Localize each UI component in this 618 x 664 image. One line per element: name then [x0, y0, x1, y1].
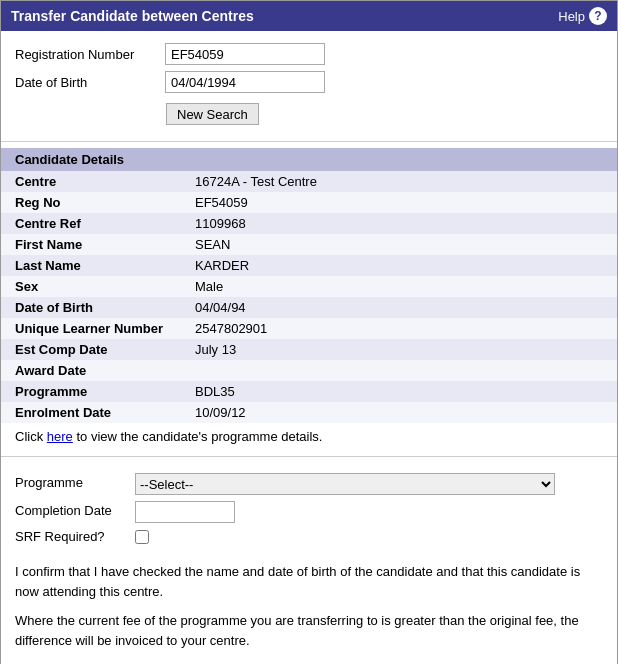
- field-label: Est Comp Date: [1, 339, 181, 360]
- field-value: July 13: [181, 339, 617, 360]
- field-value: 10/09/12: [181, 402, 617, 423]
- field-label: First Name: [1, 234, 181, 255]
- candidate-details-section: Candidate Details Centre16724A - Test Ce…: [1, 148, 617, 450]
- confirm-text-area: I confirm that I have checked the name a…: [1, 550, 617, 658]
- view-programme-link-row: Click here to view the candidate's progr…: [1, 423, 617, 450]
- field-value: 2547802901: [181, 318, 617, 339]
- table-row: Centre Ref1109968: [1, 213, 617, 234]
- reg-number-input[interactable]: [165, 43, 325, 65]
- transfer-form-section: Programme --Select-- Completion Date SRF…: [1, 463, 617, 544]
- help-icon: ?: [589, 7, 607, 25]
- field-value: KARDER: [181, 255, 617, 276]
- srf-checkbox[interactable]: [135, 530, 149, 544]
- field-label: Reg No: [1, 192, 181, 213]
- page-title: Transfer Candidate between Centres: [11, 8, 254, 24]
- click-text-post: to view the candidate's programme detail…: [73, 429, 323, 444]
- reg-number-label: Registration Number: [15, 47, 165, 62]
- divider-1: [1, 141, 617, 142]
- field-label: Unique Learner Number: [1, 318, 181, 339]
- table-row: Reg NoEF54059: [1, 192, 617, 213]
- help-button[interactable]: Help ?: [558, 7, 607, 25]
- candidate-details-header: Candidate Details: [1, 148, 617, 171]
- click-text-pre: Click: [15, 429, 47, 444]
- table-row: ProgrammeBDL35: [1, 381, 617, 402]
- field-label: Award Date: [1, 360, 181, 381]
- field-value: 16724A - Test Centre: [181, 171, 617, 192]
- table-row: Date of Birth04/04/94: [1, 297, 617, 318]
- field-value: 1109968: [181, 213, 617, 234]
- field-value: BDL35: [181, 381, 617, 402]
- search-form: Registration Number Date of Birth New Se…: [1, 31, 617, 135]
- field-label: Centre Ref: [1, 213, 181, 234]
- field-value: 04/04/94: [181, 297, 617, 318]
- new-search-button[interactable]: New Search: [166, 103, 259, 125]
- table-row: Est Comp DateJuly 13: [1, 339, 617, 360]
- dob-row: Date of Birth: [15, 71, 603, 93]
- table-row: Enrolment Date10/09/12: [1, 402, 617, 423]
- field-label: Centre: [1, 171, 181, 192]
- field-label: Programme: [1, 381, 181, 402]
- field-value: Male: [181, 276, 617, 297]
- view-programme-link[interactable]: here: [47, 429, 73, 444]
- table-row: SexMale: [1, 276, 617, 297]
- dob-input[interactable]: [165, 71, 325, 93]
- reg-number-row: Registration Number: [15, 43, 603, 65]
- programme-select[interactable]: --Select--: [135, 473, 555, 495]
- srf-row: SRF Required?: [15, 529, 603, 544]
- table-row: Unique Learner Number2547802901: [1, 318, 617, 339]
- table-row: Award Date: [1, 360, 617, 381]
- divider-2: [1, 456, 617, 457]
- field-label: Enrolment Date: [1, 402, 181, 423]
- field-value: SEAN: [181, 234, 617, 255]
- dob-label: Date of Birth: [15, 75, 165, 90]
- completion-date-row: Completion Date: [15, 501, 603, 523]
- help-label: Help: [558, 9, 585, 24]
- table-row: Centre16724A - Test Centre: [1, 171, 617, 192]
- confirm-text-1: I confirm that I have checked the name a…: [15, 562, 603, 601]
- candidate-details-table: Centre16724A - Test CentreReg NoEF54059C…: [1, 171, 617, 423]
- field-label: Date of Birth: [1, 297, 181, 318]
- completion-date-label: Completion Date: [15, 501, 135, 518]
- programme-row: Programme --Select--: [15, 473, 603, 495]
- confirm-text-2: Where the current fee of the programme y…: [15, 611, 603, 650]
- table-row: First NameSEAN: [1, 234, 617, 255]
- programme-label: Programme: [15, 473, 135, 490]
- field-label: Last Name: [1, 255, 181, 276]
- action-buttons-area: Transfer Cancel: [1, 658, 617, 664]
- page-header: Transfer Candidate between Centres Help …: [1, 1, 617, 31]
- field-label: Sex: [1, 276, 181, 297]
- field-value: EF54059: [181, 192, 617, 213]
- field-value: [181, 360, 617, 381]
- srf-label: SRF Required?: [15, 529, 135, 544]
- table-row: Last NameKARDER: [1, 255, 617, 276]
- completion-date-input[interactable]: [135, 501, 235, 523]
